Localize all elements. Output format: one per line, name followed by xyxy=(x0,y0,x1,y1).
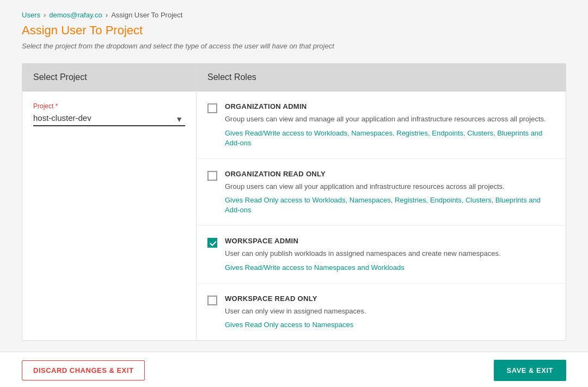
org-read-only-access-link[interactable]: Gives Read Only access to Workloads, Nam… xyxy=(225,196,541,214)
select-roles-header: Select Roles xyxy=(197,64,566,91)
roles-list: ORGANIZATION ADMIN Group users can view … xyxy=(197,91,566,340)
org-read-only-checkbox-wrapper[interactable] xyxy=(207,171,217,181)
select-project-panel: Select Project Project * host-cluster-de… xyxy=(22,64,197,340)
page-title: Assign User To Project xyxy=(22,23,566,38)
org-read-only-checkbox[interactable] xyxy=(207,171,217,181)
select-project-body: Project * host-cluster-dev ▼ xyxy=(22,91,196,255)
workspace-admin-checkbox-wrapper[interactable] xyxy=(207,238,217,248)
breadcrumb-sep1: › xyxy=(44,11,46,19)
select-project-header: Select Project xyxy=(22,64,196,91)
workspace-read-only-access-link[interactable]: Gives Read Only access to Namespaces xyxy=(225,321,353,329)
workspace-admin-description: User can only publish workloads in assig… xyxy=(225,248,555,259)
project-select-wrapper: host-cluster-dev ▼ xyxy=(33,113,185,126)
select-roles-panel: Select Roles ORGANIZATION ADMIN Group us… xyxy=(197,64,566,340)
breadcrumb-current: Assign User To Project xyxy=(111,11,182,19)
workspace-read-only-checkbox[interactable] xyxy=(207,296,217,305)
workspace-read-only-name: WORKSPACE READ ONLY xyxy=(225,294,555,303)
panels-container: Select Project Project * host-cluster-de… xyxy=(22,63,566,341)
org-admin-checkbox-wrapper[interactable] xyxy=(207,103,217,113)
footer: DISCARD CHANGES & EXIT SAVE & EXIT xyxy=(0,352,588,387)
org-admin-checkbox[interactable] xyxy=(207,103,217,113)
role-item-org-admin: ORGANIZATION ADMIN Group users can view … xyxy=(197,91,566,159)
breadcrumb: Users › demos@rafay.co › Assign User To … xyxy=(22,11,566,19)
breadcrumb-user-link[interactable]: demos@rafay.co xyxy=(49,11,102,19)
org-read-only-name: ORGANIZATION READ ONLY xyxy=(225,170,555,178)
main-content: Users › demos@rafay.co › Assign User To … xyxy=(0,0,588,352)
workspace-admin-content: WORKSPACE ADMIN User can only publish wo… xyxy=(225,237,555,272)
workspace-admin-access-link[interactable]: Gives Read/Write access to Namespaces an… xyxy=(225,263,405,272)
org-admin-access-link[interactable]: Gives Read/Write access to Workloads, Na… xyxy=(225,129,542,147)
workspace-read-only-content: WORKSPACE READ ONLY User can only view i… xyxy=(225,294,555,330)
org-admin-name: ORGANIZATION ADMIN xyxy=(225,102,555,110)
workspace-read-only-checkbox-wrapper[interactable] xyxy=(207,296,217,305)
breadcrumb-sep2: › xyxy=(106,11,108,19)
org-admin-description: Group users can view and manage all your… xyxy=(225,114,555,125)
page-subtitle: Select the project from the dropdown and… xyxy=(22,42,566,50)
role-item-org-read-only: ORGANIZATION READ ONLY Group users can v… xyxy=(197,159,566,226)
workspace-admin-name: WORKSPACE ADMIN xyxy=(225,237,555,245)
save-exit-button[interactable]: SAVE & EXIT xyxy=(494,360,566,381)
org-admin-content: ORGANIZATION ADMIN Group users can view … xyxy=(225,102,555,148)
org-read-only-description: Group users can view all your applicatio… xyxy=(225,181,555,192)
role-item-workspace-admin: WORKSPACE ADMIN User can only publish wo… xyxy=(197,226,566,284)
project-select[interactable]: host-cluster-dev xyxy=(33,113,185,122)
workspace-admin-checkbox[interactable] xyxy=(207,238,217,248)
role-item-workspace-read-only: WORKSPACE READ ONLY User can only view i… xyxy=(197,284,566,341)
discard-changes-button[interactable]: DISCARD CHANGES & EXIT xyxy=(22,360,145,380)
project-field-label: Project * xyxy=(33,102,185,110)
breadcrumb-users-link[interactable]: Users xyxy=(22,11,40,19)
org-read-only-content: ORGANIZATION READ ONLY Group users can v… xyxy=(225,170,555,215)
workspace-read-only-description: User can only view in assigned namespace… xyxy=(225,306,555,317)
